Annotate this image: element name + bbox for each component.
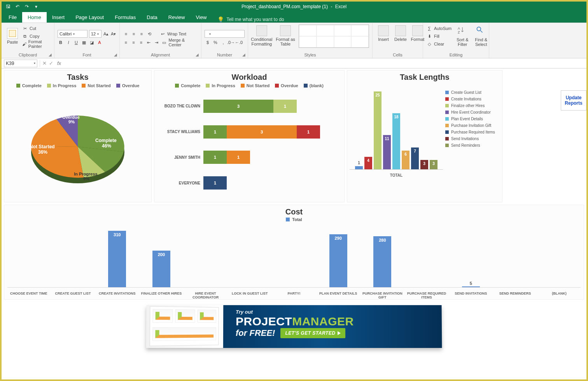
increase-font-icon[interactable]: A▴: [103, 31, 109, 37]
minimize-icon[interactable]: [548, 3, 559, 11]
formula-input[interactable]: [61, 60, 586, 67]
maximize-icon[interactable]: [561, 3, 572, 11]
redo-icon[interactable]: ↷: [23, 3, 31, 11]
tab-formulas[interactable]: Formulas: [109, 12, 141, 23]
group-number: ▾ $ % , .0→ ←.0 Number◢: [201, 23, 248, 58]
cancel-icon[interactable]: ✕: [42, 60, 47, 66]
tab-home[interactable]: Home: [22, 12, 47, 23]
cell-styles-gallery[interactable]: [299, 25, 369, 48]
enter-icon[interactable]: ✓: [49, 60, 53, 66]
conditional-formatting-button[interactable]: Conditional Formatting: [251, 25, 272, 47]
ribbon-display-icon[interactable]: [536, 3, 547, 11]
tasks-legend: Complete In Progress Not Started Overdue: [4, 83, 151, 90]
brush-icon: 🖌: [22, 41, 27, 47]
fx-icon[interactable]: fx: [57, 60, 61, 66]
tab-data[interactable]: Data: [141, 12, 163, 23]
qat-customize-icon[interactable]: ▾: [32, 3, 40, 11]
format-painter-button[interactable]: 🖌 Format Painter: [22, 40, 51, 48]
fill-color-icon[interactable]: ◪: [89, 39, 95, 46]
wrap-text-icon: ↩: [159, 31, 166, 37]
align-middle-icon[interactable]: ≡: [131, 31, 137, 37]
align-top-icon[interactable]: ≡: [123, 31, 129, 37]
format-as-table-button[interactable]: Format as Table: [276, 25, 295, 47]
group-cells: Insert Delete Format Cells: [373, 23, 423, 58]
formula-bar: K39▾ ✕ ✓ fx: [2, 58, 586, 68]
insert-cells-button[interactable]: Insert: [376, 25, 391, 42]
update-reports-button[interactable]: Update Reports: [561, 90, 586, 111]
autosum-button[interactable]: ∑AutoSum: [426, 25, 452, 32]
fill-button[interactable]: ⬇Fill: [426, 32, 452, 40]
worksheet[interactable]: Update Reports Tasks Complete In Progres…: [2, 68, 586, 379]
save-icon[interactable]: 🖫: [4, 3, 12, 11]
font-size-combo[interactable]: 12▾: [89, 30, 102, 38]
cost-bar: 5: [450, 286, 492, 287]
close-icon[interactable]: [573, 3, 584, 11]
wrap-text-button[interactable]: Wrap Text: [167, 32, 186, 36]
cost-xlabel: PURCHASE REQUIRED ITEMS: [405, 292, 448, 299]
percent-icon[interactable]: %: [212, 39, 219, 46]
legend-item: Send Invitations: [445, 137, 500, 141]
font-color-icon[interactable]: A: [96, 39, 103, 46]
merge-icon: ▭: [161, 39, 167, 46]
promo-banner[interactable]: Try out PROJECTMANAGER for FREE! LET'S G…: [146, 305, 442, 348]
tell-me[interactable]: 💡 Tell me what you want to do: [212, 16, 284, 23]
tab-insert[interactable]: Insert: [47, 12, 70, 23]
tab-view[interactable]: View: [190, 12, 212, 23]
workload-row: JENNY SMITH 1 1: [158, 151, 335, 164]
cost-xlabel: PLAN EVENT DETAILS: [317, 292, 360, 299]
dialog-launcher-icon[interactable]: ◢: [242, 53, 246, 57]
cost-xlabel: PARTY!: [273, 292, 315, 299]
workload-row: EVERYONE 1: [158, 176, 335, 190]
paste-icon: [7, 28, 18, 39]
merge-center-button[interactable]: Merge & Center: [168, 38, 198, 47]
currency-icon[interactable]: $: [205, 39, 211, 46]
tab-review[interactable]: Review: [163, 12, 191, 23]
banner-word2: MANAGER: [292, 315, 354, 328]
paste-button[interactable]: Paste: [5, 27, 20, 45]
tab-file[interactable]: File: [3, 12, 22, 23]
underline-icon[interactable]: U: [73, 39, 79, 46]
legend-item: Purchase Invitation Gift: [445, 123, 500, 128]
banner-cta-button[interactable]: LET'S GET STARTED: [280, 328, 345, 338]
cost-legend: Total: [4, 217, 584, 223]
legend-item: Purchase Required Items: [445, 130, 500, 134]
undo-icon[interactable]: ↶: [13, 3, 22, 11]
bold-icon[interactable]: B: [58, 39, 64, 46]
align-center-icon[interactable]: ≡: [131, 39, 137, 46]
comma-icon[interactable]: ,: [220, 39, 226, 46]
italic-icon[interactable]: I: [65, 39, 72, 46]
align-right-icon[interactable]: ≡: [138, 39, 144, 46]
cost-xlabel: CHOOSE EVENT TIME: [7, 292, 50, 299]
find-select-button[interactable]: Find & Select: [473, 25, 489, 47]
scissors-icon: ✂: [22, 25, 28, 32]
decrease-font-icon[interactable]: A▾: [110, 31, 116, 37]
group-font: Calibri▾ 12▾ A▴ A▾ B I U ▦ ◪ A Font◢: [54, 23, 120, 58]
font-family-combo[interactable]: Calibri▾: [58, 30, 88, 38]
legend-item: Finalize other Hires: [445, 104, 500, 108]
align-left-icon[interactable]: ≡: [123, 39, 129, 46]
orientation-icon[interactable]: ⟲: [146, 31, 152, 37]
cut-button[interactable]: ✂ Cut: [22, 25, 51, 32]
legend-item: Hire Event Coordinator: [445, 110, 500, 114]
delete-cells-button[interactable]: Delete: [393, 25, 408, 42]
decimal-increase-icon[interactable]: .0→: [228, 39, 234, 46]
dialog-launcher-icon[interactable]: ◢: [195, 53, 200, 57]
copy-button[interactable]: ⧉ Copy: [22, 32, 51, 40]
dialog-launcher-icon[interactable]: ◢: [113, 53, 118, 57]
dialog-launcher-icon[interactable]: ◢: [48, 53, 52, 57]
align-bottom-icon[interactable]: ≡: [138, 31, 145, 37]
name-box[interactable]: K39▾: [4, 60, 37, 67]
sort-filter-icon: AZ: [457, 26, 468, 37]
sort-filter-button[interactable]: AZ Sort & Filter: [455, 25, 470, 47]
lightbulb-icon: 💡: [217, 16, 224, 23]
decimal-decrease-icon[interactable]: ←.0: [236, 39, 242, 46]
workload-row: STACY WILLIAMS 1 3 1: [158, 125, 335, 139]
clear-button[interactable]: ◇Clear: [426, 40, 452, 48]
number-format-combo[interactable]: ▾: [205, 30, 245, 38]
indent-increase-icon[interactable]: ⇥: [153, 39, 159, 46]
group-styles: Conditional Formatting Format as Table S…: [248, 23, 373, 58]
tab-page-layout[interactable]: Page Layout: [70, 12, 109, 23]
border-icon[interactable]: ▦: [81, 39, 87, 46]
indent-decrease-icon[interactable]: ⇤: [146, 39, 152, 46]
group-label-clipboard: Clipboard ◢: [5, 52, 51, 57]
